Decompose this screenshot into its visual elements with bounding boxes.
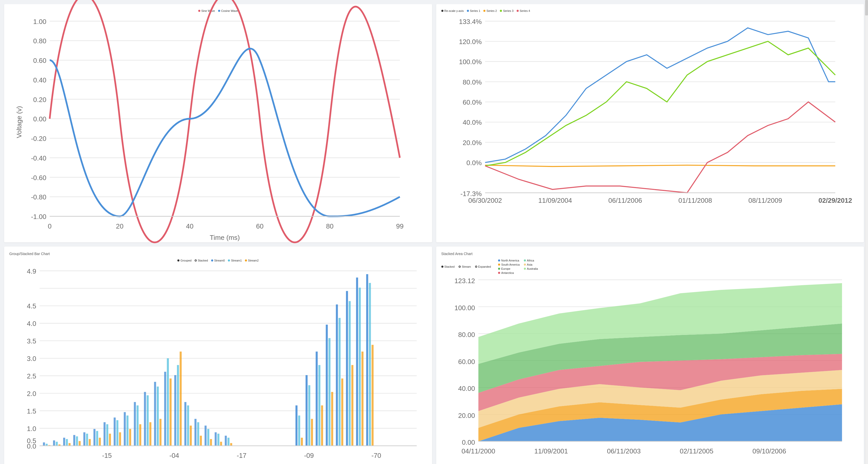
rescale-label: Re-scale y-axis [444, 9, 464, 12]
svg-rect-112 [369, 283, 371, 446]
sine-cosine-chart-card: Sine Wave Cosine Wave Voltage (v) [4, 4, 432, 242]
svg-rect-49 [96, 431, 98, 446]
europe-label: Europe [501, 267, 510, 270]
stacked-ctrl-legend[interactable]: Stacked [441, 259, 455, 274]
x-tick: 60 [256, 222, 264, 230]
scrollbar-thumb[interactable] [865, 0, 868, 15]
grouped-legend-item[interactable]: Grouped [177, 259, 191, 262]
multi-series-svg: 133.4% 120.0% 100.0% 80.0% 60.0% 40.0% 2… [441, 14, 859, 236]
stacked-legend-item[interactable]: Stacked [195, 259, 208, 262]
svg-rect-37 [56, 442, 58, 446]
cosine-wave-legend-item: Cosine Wave [218, 9, 238, 12]
svg-rect-39 [63, 438, 65, 446]
expanded-ctrl-legend[interactable]: Expanded [475, 259, 491, 274]
svg-rect-85 [217, 434, 219, 446]
x-tick: -04 [169, 452, 179, 459]
svg-rect-69 [164, 372, 166, 446]
north-america-label: North America [501, 259, 519, 262]
svg-rect-100 [329, 338, 331, 446]
svg-rect-59 [129, 429, 131, 446]
x-tick: 06/11/2006 [608, 197, 642, 204]
x-tick: -17 [237, 452, 246, 459]
svg-rect-103 [339, 318, 341, 446]
y-tick: 2.0 [27, 390, 36, 398]
australia-label: Australia [527, 267, 538, 270]
svg-rect-42 [73, 435, 75, 446]
svg-rect-73 [177, 365, 179, 446]
multi-series-chart-card: Re-scale y-axis Series 1 Series 2 Series… [436, 4, 864, 242]
svg-rect-98 [321, 405, 323, 446]
australia-color [524, 268, 526, 270]
svg-rect-88 [227, 438, 229, 446]
svg-rect-62 [139, 424, 141, 446]
stacked-ctrl-color [441, 266, 443, 268]
series1-label: Series 1 [470, 9, 480, 12]
scrollbar[interactable] [865, 0, 868, 464]
cosine-wave-label: Cosine Wave [221, 9, 238, 12]
svg-rect-61 [136, 405, 139, 446]
sine-wave-label: Sine Wave [202, 9, 215, 12]
bar-chart-card: Group/Stacked Bar Chart Grouped Stacked … [4, 246, 432, 464]
y-tick: 0.60 [33, 57, 46, 64]
antarctica-label: Antarctica [501, 271, 514, 274]
svg-rect-72 [174, 375, 176, 446]
svg-rect-55 [116, 420, 118, 446]
stream-ctrl-legend[interactable]: Stream [459, 259, 471, 274]
sine-wave-color [198, 10, 200, 12]
svg-rect-81 [205, 426, 207, 446]
series2-path [485, 165, 835, 166]
svg-rect-95 [311, 419, 313, 446]
svg-rect-58 [127, 416, 129, 446]
svg-rect-96 [315, 352, 318, 446]
stream0-label: Stream0 [214, 259, 225, 262]
series3-legend-item: Series 3 [500, 9, 513, 12]
svg-rect-54 [114, 418, 116, 446]
svg-rect-74 [180, 352, 182, 446]
svg-rect-109 [359, 288, 361, 446]
svg-rect-99 [326, 325, 328, 446]
x-tick: 80 [326, 222, 334, 230]
north-america-color [498, 259, 500, 262]
svg-rect-91 [298, 416, 300, 446]
series2-label: Series 2 [487, 9, 497, 12]
australia-legend: Australia [524, 267, 546, 270]
svg-rect-86 [220, 442, 222, 446]
x-tick: -15 [102, 452, 112, 459]
x-tick: 06/11/2003 [607, 447, 641, 455]
y-tick: 60.00 [458, 358, 475, 366]
africa-label: Africa [527, 259, 534, 262]
stream1-legend-item: Stream1 [228, 259, 242, 262]
svg-rect-84 [215, 432, 217, 446]
y-tick: -0.60 [31, 174, 46, 181]
y-tick: 4.5 [27, 302, 36, 310]
x-tick: -09 [304, 452, 314, 459]
svg-rect-104 [341, 378, 343, 446]
y-tick: 120.0% [459, 38, 482, 45]
y-tick: 80.00 [458, 331, 475, 338]
svg-rect-87 [225, 436, 227, 446]
y-tick: 0.00 [462, 438, 475, 446]
svg-rect-50 [99, 438, 101, 446]
africa-legend: Africa [524, 259, 546, 262]
svg-rect-60 [134, 402, 136, 446]
expanded-ctrl-color [475, 266, 477, 268]
svg-rect-101 [331, 392, 333, 446]
y-tick: 60.0% [463, 98, 482, 106]
multi-series-chart-area: 133.4% 120.0% 100.0% 80.0% 60.0% 40.0% 2… [441, 14, 859, 237]
europe-legend: Europe [498, 267, 520, 270]
svg-rect-44 [79, 441, 81, 446]
stream-ctrl-color [459, 266, 461, 268]
y-tick: 1.5 [27, 407, 36, 415]
bar-chart-title: Group/Stacked Bar Chart [9, 252, 427, 256]
antarctica-color [498, 272, 500, 274]
stream-ctrl-label: Stream [462, 265, 471, 268]
x-tick: 0 [48, 222, 52, 230]
y-tick: 4.0 [27, 320, 36, 327]
stacked-area-title: Stacked Area Chart [441, 252, 859, 256]
y-tick: 1.00 [33, 18, 46, 26]
svg-rect-92 [301, 438, 303, 446]
svg-rect-113 [371, 345, 374, 446]
y-tick: -1.00 [31, 213, 46, 221]
y-tick: -0.20 [31, 135, 46, 142]
rescale-legend-item[interactable]: Re-scale y-axis [441, 9, 464, 12]
